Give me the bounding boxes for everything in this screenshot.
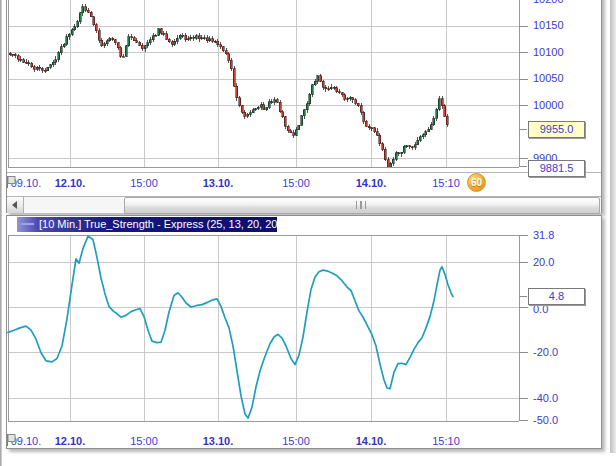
indicator-axis-label: 20.0 xyxy=(533,256,597,269)
time-axis-label: 13.10. xyxy=(195,177,241,190)
horizontal-scrollbar[interactable] xyxy=(7,196,601,213)
window-left-edge xyxy=(0,0,2,466)
price-axis-label: 10100 xyxy=(533,46,597,59)
window-right-edge xyxy=(610,0,616,453)
time-axis-label: 15:00 xyxy=(273,177,319,190)
time-axis-label: 14.10. xyxy=(348,435,394,448)
indicator-chart[interactable] xyxy=(7,216,601,434)
time-axis-label: 15:00 xyxy=(273,435,319,448)
time-axis-label: 15:10 xyxy=(423,435,469,448)
indicator-axis-label: -40.0 xyxy=(533,392,597,405)
indicator-axis-label: 31.8 xyxy=(533,229,597,242)
time-axis-label: 15:00 xyxy=(121,177,167,190)
axis-marker-flag-icon xyxy=(6,433,17,447)
time-axis-label: 12.10. xyxy=(47,177,93,190)
indicator-line xyxy=(8,236,453,418)
indicator-title-bar[interactable]: [10 Min.] True_Strength - Express (25, 1… xyxy=(17,217,277,232)
notification-badge[interactable]: 60 xyxy=(467,173,486,192)
time-axis-label: 14.10. xyxy=(348,177,394,190)
price-axis-label: 10050 xyxy=(533,72,597,85)
indicator-value: 4.8 xyxy=(549,290,564,302)
time-axis-label: 15:00 xyxy=(121,435,167,448)
indicator-axis-label: -20.0 xyxy=(533,346,597,359)
session-low-box: 9881.5 xyxy=(528,160,585,177)
price-axis-label: 10200 xyxy=(533,0,597,6)
candles xyxy=(9,4,448,171)
price-axis-label: 10150 xyxy=(533,19,597,32)
indicator-panel: [10 Min.] True_Strength - Express (25, 1… xyxy=(6,215,602,449)
indicator-title: [10 Min.] True_Strength - Express (25, 1… xyxy=(39,218,277,230)
price-chart-panel: 10200101501010010050100009900 9955.0 988… xyxy=(6,0,602,213)
last-price-box: 9955.0 xyxy=(528,121,585,138)
last-price-value: 9955.0 xyxy=(540,123,574,135)
time-axis-label: 15:10 xyxy=(423,177,469,190)
scrollbar-grip-icon xyxy=(356,201,368,209)
legend-line-icon xyxy=(21,223,34,225)
indicator-value-box: 4.8 xyxy=(528,288,585,305)
price-axis-label: 10000 xyxy=(533,99,597,112)
candlestick-chart[interactable] xyxy=(7,0,601,192)
session-low-value: 9881.5 xyxy=(540,162,574,174)
axis-marker-flag-icon xyxy=(6,175,17,189)
scrollbar-thumb[interactable] xyxy=(124,197,600,214)
indicator-axis-label: -50.0 xyxy=(533,414,597,427)
scrollbar-left-arrow[interactable] xyxy=(7,197,24,213)
time-axis-label: 12.10. xyxy=(47,435,93,448)
trading-chart-window: 10200101501010010050100009900 9955.0 988… xyxy=(0,0,616,466)
time-axis-label: 13.10. xyxy=(195,435,241,448)
